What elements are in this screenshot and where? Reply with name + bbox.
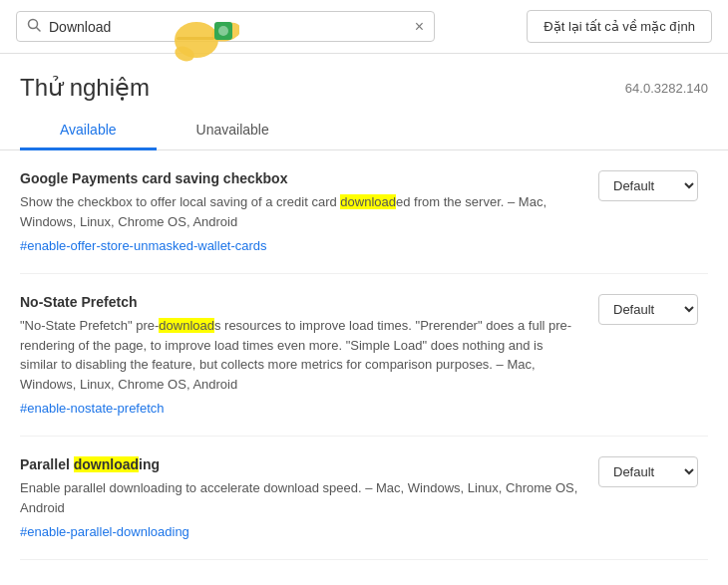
flag-item-2: No-State Prefetch "No-State Prefetch" pr…: [20, 274, 708, 437]
version-text: 64.0.3282.140: [625, 81, 708, 96]
flag-info-3: Parallel downloading Enable parallel dow…: [20, 456, 578, 539]
flag-desc-1-highlight: download: [340, 194, 396, 209]
search-icon: [27, 18, 41, 35]
flag-control-2: Default Enabled Disabled: [598, 294, 708, 325]
flag-info-2: No-State Prefetch "No-State Prefetch" pr…: [20, 294, 578, 416]
flag-description-2: "No-State Prefetch" pre-downloads resour…: [20, 316, 578, 394]
flag-select-2[interactable]: Default Enabled Disabled: [598, 294, 698, 325]
header: × Đặt lại tất cả về mặc định: [0, 0, 728, 54]
svg-line-1: [37, 28, 41, 32]
tab-available[interactable]: Available: [20, 112, 157, 150]
page-title: Thử nghiệm: [20, 74, 150, 102]
reset-button[interactable]: Đặt lại tất cả về mặc định: [527, 10, 712, 43]
flag-control-3: Default Enabled Disabled: [598, 456, 708, 487]
tab-unavailable[interactable]: Unavailable: [157, 112, 309, 150]
flag-title-3-before: Parallel: [20, 456, 74, 472]
flag-title-3: Parallel downloading: [20, 456, 578, 472]
flags-content: Google Payments card saving checkbox Sho…: [0, 150, 728, 560]
search-container: ×: [16, 11, 435, 42]
flag-control-1: Default Enabled Disabled: [598, 170, 708, 201]
flag-link-3[interactable]: #enable-parallel-downloading: [20, 524, 189, 539]
search-input[interactable]: [49, 19, 415, 35]
flag-select-1[interactable]: Default Enabled Disabled: [598, 170, 698, 201]
flag-title-3-after: ing: [139, 456, 160, 472]
flag-item-1: Google Payments card saving checkbox Sho…: [20, 150, 708, 274]
flag-title-3-highlight: download: [74, 456, 139, 472]
flag-link-1[interactable]: #enable-offer-store-unmasked-wallet-card…: [20, 238, 267, 253]
tabs-container: Available Unavailable: [0, 112, 728, 150]
flag-item-3: Parallel downloading Enable parallel dow…: [20, 437, 708, 560]
flag-title-1: Google Payments card saving checkbox: [20, 170, 578, 186]
flag-description-3: Enable parallel downloading to accelerat…: [20, 478, 578, 517]
clear-icon[interactable]: ×: [415, 19, 424, 35]
page-title-area: Thử nghiệm 64.0.3282.140: [0, 54, 728, 112]
flag-link-2[interactable]: #enable-nostate-prefetch: [20, 401, 165, 416]
flag-desc-3-before: Enable parallel downloading to accelerat…: [20, 480, 577, 515]
flag-title-1-text: Google Payments card saving checkbox: [20, 170, 287, 186]
flag-desc-1-before: Show the checkbox to offer local saving …: [20, 194, 340, 209]
flag-title-2: No-State Prefetch: [20, 294, 578, 310]
flag-desc-2-before: "No-State Prefetch" pre-: [20, 318, 159, 333]
flag-description-1: Show the checkbox to offer local saving …: [20, 192, 578, 231]
flag-select-3[interactable]: Default Enabled Disabled: [598, 456, 698, 487]
flag-info-1: Google Payments card saving checkbox Sho…: [20, 170, 578, 253]
flag-desc-2-highlight: download: [159, 318, 214, 333]
flag-title-2-text: No-State Prefetch: [20, 294, 137, 310]
